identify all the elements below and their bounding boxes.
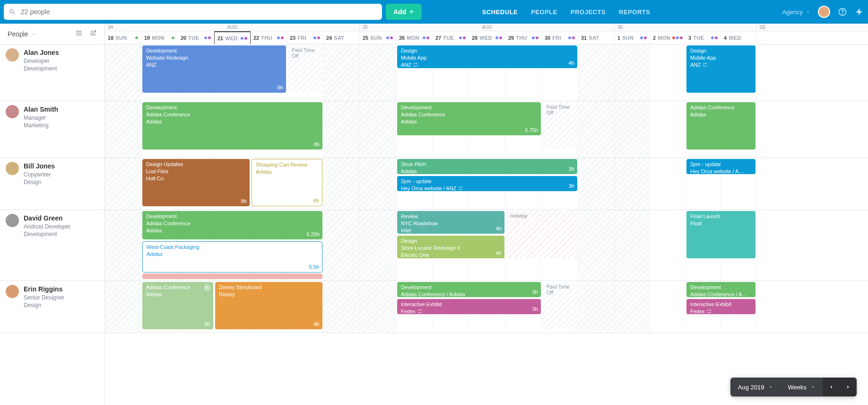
time-off-block[interactable]: Paid Time Off — [543, 102, 577, 150]
chevron-down-icon — [768, 385, 773, 389]
schedule-row: Adidas ConferenceAdidas8hDisney Storyboa… — [105, 281, 868, 333]
period-selector[interactable]: Aug 2019 — [730, 378, 781, 396]
status-dot — [208, 36, 211, 39]
person-title: Android Developer — [24, 223, 70, 230]
day-29-thu[interactable]: 29THU — [505, 31, 542, 44]
person-row[interactable]: Alan JonesDeveloperDevelopment — [0, 44, 104, 101]
next-period-button[interactable] — [840, 378, 857, 396]
day-25-sun[interactable]: 25SUN — [360, 31, 396, 44]
time-off-block[interactable]: Paid Time Off — [288, 45, 322, 93]
task-block[interactable]: DesignStore Locator Redesign IIElectric … — [397, 236, 504, 258]
nav-projects[interactable]: PROJECTS — [571, 6, 606, 18]
grouping-selector[interactable]: People — [8, 30, 36, 38]
day-21-wed[interactable]: 21WED — [214, 31, 251, 44]
person-row[interactable]: David GreenAndroid DeveloperDevelopment — [0, 210, 104, 281]
export-icon[interactable] — [89, 29, 97, 39]
task-block[interactable]: Disney StoryboardDisney8h — [215, 282, 322, 329]
plus-icon: + — [409, 8, 414, 16]
day-22-thu[interactable]: 22THU — [251, 31, 287, 44]
day-27-tue[interactable]: 27TUE — [433, 31, 469, 44]
task-block[interactable]: Float LaunchFloat — [686, 211, 755, 258]
person-name: Alan Smith — [24, 105, 58, 114]
status-dot — [390, 36, 393, 39]
repeat-icon — [417, 309, 422, 314]
task-block[interactable]: Adidas ConferenceAdidas8h — [142, 282, 213, 329]
time-off-block[interactable]: Paid Time Off — [543, 282, 577, 329]
nav-people[interactable]: PEOPLE — [531, 6, 557, 18]
person-row[interactable]: Erin RigginsSenior DesignerDesign — [0, 281, 104, 333]
task-block[interactable]: DevelopmentAdidas Conference / A… — [686, 282, 755, 297]
task-block[interactable]: DevelopmentWebsite RedesignANZ8h — [142, 45, 286, 93]
day-30-fri[interactable]: 30FRI — [542, 31, 578, 44]
status-dot — [459, 36, 462, 39]
day-1-sun[interactable]: 1SUN — [615, 31, 650, 44]
workspace-selector[interactable]: Agency — [782, 9, 810, 16]
task-block[interactable]: Shopping Cart ReviewAdidas8h — [252, 159, 322, 206]
add-button[interactable]: Add+ — [386, 4, 422, 20]
task-block[interactable]: DevelopmentAdidas ConferenceAdidas5.25h — [142, 211, 322, 239]
repeat-icon — [707, 309, 712, 314]
user-avatar[interactable] — [818, 6, 830, 18]
status-dot — [672, 36, 675, 39]
person-row[interactable]: Bill JonesCopywriterDesign — [0, 158, 104, 210]
day-31-sat[interactable]: 31SAT — [578, 31, 615, 44]
list-icon[interactable] — [75, 29, 83, 39]
status-dot — [676, 36, 679, 39]
day-23-fri[interactable]: 23FRI — [287, 31, 323, 44]
status-dot — [277, 36, 280, 39]
task-block[interactable]: DevelopmentAdidas ConferenceAdidas5.75h — [397, 102, 541, 135]
person-avatar — [6, 105, 19, 118]
week-35: 35AUG — [360, 24, 615, 31]
time-off-block[interactable]: Holiday — [506, 211, 577, 258]
task-block[interactable]: DesignMobile AppANZ4h — [397, 45, 577, 68]
status-dot — [281, 36, 284, 39]
person-name: Erin Riggins — [24, 285, 64, 294]
month-fragment: SE — [756, 24, 766, 31]
task-block[interactable]: DevelopmentAdidas ConferenceAdidas8h — [142, 102, 322, 150]
task-block[interactable]: 2pm - updateHey Orca website / ANZ3h — [397, 176, 577, 191]
person-name: David Green — [24, 214, 70, 223]
day-20-tue[interactable]: 20TUE — [178, 31, 214, 44]
task-block[interactable]: West-Coast PackagingAdidas5.5h — [142, 241, 322, 273]
status-dot — [241, 37, 243, 40]
zoom-selector[interactable]: Weeks — [781, 378, 823, 396]
bolt-icon[interactable] — [855, 7, 864, 17]
prev-period-button[interactable] — [823, 378, 840, 396]
task-block[interactable]: Interactive ExhibitFedex3h — [397, 299, 541, 314]
task-block[interactable]: ReviewNYC RoadshowIntel4h — [397, 211, 504, 234]
status-dot — [711, 36, 714, 39]
day-19-mon[interactable]: 19MON — [141, 31, 178, 44]
person-dept: Marketing — [24, 122, 58, 129]
day-18-sun[interactable]: 18SUN — [105, 31, 141, 44]
day-26-mon[interactable]: 26MON — [396, 31, 433, 44]
person-avatar — [6, 48, 19, 62]
task-hours: 5.75h — [525, 127, 538, 134]
day-24-sat[interactable]: 24SAT — [323, 31, 360, 44]
nav-schedule[interactable]: SCHEDULE — [482, 6, 518, 18]
person-row[interactable]: Alan SmithManagerMarketing — [0, 101, 104, 158]
week-34: 34AUG — [105, 24, 360, 31]
day-3-tue[interactable]: 3TUE — [686, 31, 721, 44]
task-block[interactable]: Design UpdatesLost FilesHolt Co.8h — [142, 159, 250, 206]
main-nav: SCHEDULEPEOPLEPROJECTSREPORTS — [482, 6, 651, 18]
task-block[interactable] — [142, 273, 322, 279]
task-block[interactable]: DesignMobile AppANZ — [686, 45, 755, 93]
help-icon[interactable] — [838, 7, 847, 17]
day-2-mon[interactable]: 2MON — [650, 31, 686, 44]
check-icon — [204, 284, 210, 291]
search-input[interactable] — [4, 4, 382, 20]
status-dot — [536, 36, 538, 39]
day-28-wed[interactable]: 28WED — [469, 31, 505, 44]
task-block[interactable]: Interactive ExhibitFedex — [686, 299, 755, 314]
task-block[interactable]: Adidas ConferenceAdidas — [686, 102, 755, 150]
task-block[interactable]: DevelopmentAdidas Conference / Adidas3h — [397, 282, 541, 297]
task-block[interactable]: 2pm - updateHey Orca website / A… — [686, 159, 755, 174]
day-4-wed[interactable]: 4WED — [721, 31, 756, 44]
nav-reports[interactable]: REPORTS — [619, 6, 650, 18]
person-name: Alan Jones — [24, 48, 59, 57]
person-dept: Design — [24, 301, 64, 309]
week-36: 36 — [615, 24, 756, 31]
task-block[interactable]: Shoe PitchAdidas3h — [397, 159, 577, 174]
task-hours: 4h — [569, 60, 574, 67]
task-hours: 8h — [313, 197, 319, 204]
